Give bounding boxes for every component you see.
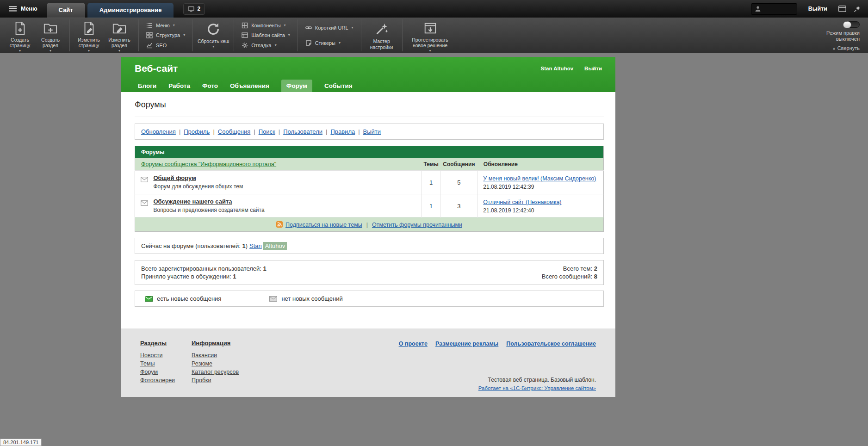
footer-link-topics[interactable]: Темы xyxy=(140,360,192,367)
forum-menu-messages[interactable]: Сообщения xyxy=(218,128,251,135)
nav-item-work[interactable]: Работа xyxy=(168,80,190,92)
tab-site[interactable]: Сайт xyxy=(47,3,85,18)
create-page-button[interactable]: Создать страницу ▾ xyxy=(5,18,35,53)
nav-item-blogs[interactable]: Блоги xyxy=(138,80,156,92)
column-topics: Темы xyxy=(422,158,440,171)
chevron-down-icon: ▾ xyxy=(275,43,277,47)
collapse-panel-button[interactable]: ▴ Свернуть xyxy=(833,45,860,51)
chevron-down-icon: ▾ xyxy=(183,33,185,37)
envelope-green-icon xyxy=(145,296,153,302)
edit-section-button[interactable]: Изменить раздел ▾ xyxy=(104,18,135,53)
admin-ribbon: Создать страницу ▾ Создать раздел ▾ Изме… xyxy=(0,18,868,53)
footer-col-title: Разделы xyxy=(140,340,192,347)
footer-link-about[interactable]: О проекте xyxy=(399,341,428,347)
menu-settings-item[interactable]: Меню ▾ xyxy=(144,21,187,30)
ribbon-separator xyxy=(192,19,193,51)
forum-page-content: Форумы Обновления|Профиль|Сообщения|Поис… xyxy=(121,92,615,328)
edit-mode-toggle[interactable] xyxy=(843,21,860,28)
footer-link-resume[interactable]: Резюме xyxy=(192,360,243,367)
footer-col-info: Информация Вакансии Резюме Каталог ресур… xyxy=(192,340,243,385)
reset-cache-button[interactable]: Сбросить кеш ▾ xyxy=(197,18,230,53)
site-title: Веб-сайт xyxy=(135,63,541,74)
forum-menu-updates[interactable]: Обновления xyxy=(141,128,176,135)
short-url-item[interactable]: Короткий URL ▾ xyxy=(304,23,355,32)
edit-page-icon xyxy=(81,21,96,36)
footer-top-links: О проекте Размещение рекламы Пользовател… xyxy=(399,341,596,347)
rss-icon xyxy=(276,221,283,228)
page-title: Форумы xyxy=(135,92,604,117)
last-post-link[interactable]: У меня новый велик! (Максим Сидоренко) xyxy=(483,175,596,182)
chevron-up-icon: ▴ xyxy=(833,46,835,50)
components-item[interactable]: Компоненты ▾ xyxy=(240,21,292,30)
site-template-item[interactable]: Шаблон сайта ▾ xyxy=(240,31,292,40)
forum-menu-profile[interactable]: Профиль xyxy=(184,128,210,135)
column-messages: Сообщения xyxy=(440,158,477,171)
structure-item[interactable]: Структура ▾ xyxy=(144,31,187,40)
forum-group-link[interactable]: Форумы сообщества "Информационного порта… xyxy=(141,161,276,167)
site-footer: Разделы Новости Темы Форум Фотогалереи И… xyxy=(121,328,615,397)
nav-item-photo[interactable]: Фото xyxy=(202,80,218,92)
topics-count: 1 xyxy=(422,171,440,194)
structure-icon xyxy=(146,32,153,38)
stickers-item[interactable]: Стикеры ▾ xyxy=(304,38,355,48)
forum-group-row: Форумы сообщества "Информационного порта… xyxy=(135,158,604,171)
footer-link-news[interactable]: Новости xyxy=(140,352,192,359)
admin-top-bar: Меню Сайт Администрирование 2 Выйти xyxy=(0,0,868,18)
footer-col-title: Информация xyxy=(192,340,243,347)
forum-menu-rules[interactable]: Правила xyxy=(330,128,355,135)
stat-participated: Приняло участие в обсуждении: 1 xyxy=(141,273,267,280)
tab-administration[interactable]: Администрирование xyxy=(87,3,174,18)
site-logout-link[interactable]: Выйти xyxy=(584,66,602,71)
envelope-icon xyxy=(141,200,148,206)
footer-link-forum[interactable]: Форум xyxy=(140,369,192,375)
test-solution-button[interactable]: Протестировать новое решение ▾ xyxy=(406,18,454,53)
online-count: 1 xyxy=(242,242,246,249)
powered-by-link[interactable]: Работает на «1С-Битрикс: Управление сайт… xyxy=(478,385,596,391)
last-post-link[interactable]: Отличный сайт (Незнакомка) xyxy=(483,199,561,205)
admin-logout-link[interactable]: Выйти xyxy=(808,6,827,12)
footer-link-catalog[interactable]: Каталог ресурсов xyxy=(192,369,243,375)
footer-link-agreement[interactable]: Пользовательское соглашение xyxy=(506,341,596,347)
structure-group: Меню ▾ Структура ▾ SEO xyxy=(143,18,189,53)
forum-menu-users[interactable]: Пользователи xyxy=(283,128,322,135)
pin-icon[interactable] xyxy=(854,6,861,12)
footer-link-vacancies[interactable]: Вакансии xyxy=(192,352,243,359)
footer-link-galleries[interactable]: Фотогалереи xyxy=(140,377,192,384)
new-folder-icon xyxy=(43,21,58,36)
refresh-icon xyxy=(206,22,221,37)
nav-item-events[interactable]: События xyxy=(324,80,353,92)
site-nav: Блоги Работа Фото Объявления Форум Событ… xyxy=(121,80,615,92)
browser-viewport: Веб-сайт Stan Altuhov Выйти Блоги Работа… xyxy=(0,53,868,446)
stat-total-topics: Всего тем: 2 xyxy=(542,265,597,273)
setup-wizard-button[interactable]: Мастер настройки xyxy=(365,18,398,53)
forum-user-menu: Обновления|Профиль|Сообщения|Поиск|Польз… xyxy=(135,124,604,140)
online-user-link[interactable]: Stan xyxy=(249,242,262,249)
admin-menu-button[interactable]: Меню xyxy=(0,0,47,18)
chevron-down-icon: ▾ xyxy=(88,49,90,53)
mark-forums-read-link[interactable]: Отметить форумы прочитанными xyxy=(372,222,462,228)
notifications-button[interactable]: 2 xyxy=(183,3,205,15)
forum-menu-logout[interactable]: Выйти xyxy=(363,128,381,135)
footer-link-advertising[interactable]: Размещение рекламы xyxy=(435,341,498,347)
debug-item[interactable]: Отладка ▾ xyxy=(240,41,292,50)
menu-separator: | xyxy=(254,128,255,135)
nav-item-forum[interactable]: Форум xyxy=(281,80,312,92)
user-profile-link[interactable]: Stan Altuhov xyxy=(541,66,574,71)
seo-item[interactable]: SEO xyxy=(144,41,187,50)
forum-title-link[interactable]: Обсуждение нашего сайта xyxy=(153,198,232,205)
create-section-button[interactable]: Создать раздел ▾ xyxy=(35,18,66,53)
hamburger-icon xyxy=(9,6,17,12)
link-icon xyxy=(305,25,312,31)
forum-menu-search[interactable]: Поиск xyxy=(259,128,275,135)
edit-page-button[interactable]: Изменить страницу ▾ xyxy=(74,18,104,53)
footer-link-traffic[interactable]: Пробки xyxy=(192,377,243,384)
monitor-icon xyxy=(188,6,194,12)
nav-item-ads[interactable]: Объявления xyxy=(230,80,269,92)
forum-title-link[interactable]: Общий форум xyxy=(153,174,196,181)
subscribe-new-topics-link[interactable]: Подписаться на новые темы xyxy=(285,222,362,228)
status-bar: 84.201.149.171 xyxy=(0,439,42,446)
user-menu[interactable] xyxy=(751,3,797,15)
envelope-gray-icon xyxy=(269,296,277,302)
desktop-window-icon[interactable] xyxy=(838,6,846,12)
notification-count: 2 xyxy=(197,6,200,12)
